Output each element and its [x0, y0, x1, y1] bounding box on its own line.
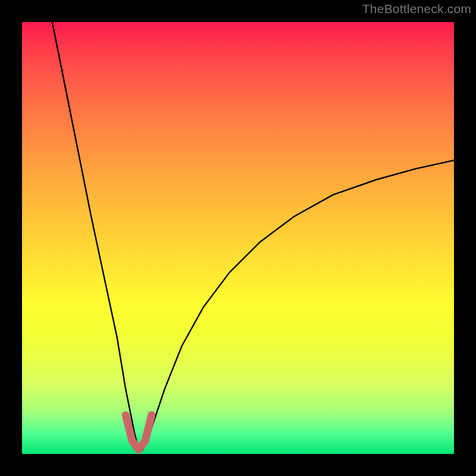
watermark-text: TheBottleneck.com: [362, 2, 471, 16]
bottleneck-curve: [52, 22, 454, 450]
outer-frame: TheBottleneck.com: [0, 0, 476, 476]
valley-highlight: [126, 415, 152, 450]
curve-overlay: [22, 22, 454, 454]
